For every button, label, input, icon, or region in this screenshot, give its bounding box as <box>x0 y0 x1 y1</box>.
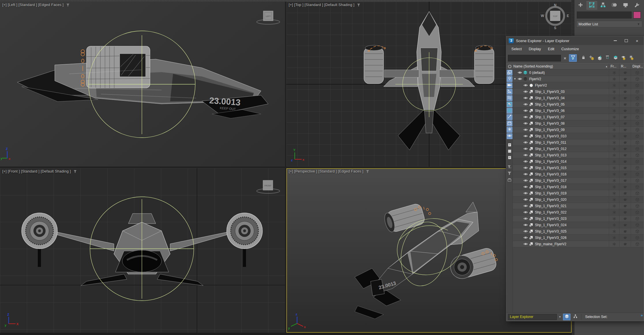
freeze-toggle[interactable] <box>609 209 619 215</box>
eye-toggle[interactable] <box>523 235 528 240</box>
eye-toggle[interactable] <box>523 147 528 151</box>
front-viewport-canvas[interactable]: FRONT Z X y <box>0 168 285 333</box>
object-row[interactable]: Shp_1_FlyerV3_026 <box>513 235 644 241</box>
row-name[interactable]: Shp_1_FlyerV3_017 <box>534 179 566 183</box>
row-name[interactable]: Shp_1_FlyerV3_024 <box>534 223 566 227</box>
render-toggle[interactable] <box>619 158 631 164</box>
object-row[interactable]: Shp_1_FlyerV3_011 <box>513 139 644 146</box>
display-toggle[interactable] <box>631 216 644 222</box>
render-toggle[interactable] <box>619 171 631 177</box>
viewport-front-label[interactable]: [+] [Front ] [Standard ] [Default Shadin… <box>2 169 77 173</box>
eye-toggle[interactable] <box>517 70 523 75</box>
filter-custom[interactable] <box>507 164 512 170</box>
render-toggle[interactable] <box>619 89 631 95</box>
object-row[interactable]: Shp_1_FlyerV3_019 <box>513 190 644 196</box>
eye-toggle[interactable] <box>523 229 528 233</box>
render-toggle[interactable] <box>619 133 631 139</box>
row-name[interactable]: Shp_1_FlyerV3_06 <box>534 109 565 113</box>
nest-layer-button[interactable] <box>604 54 611 62</box>
eye-toggle[interactable] <box>523 102 528 106</box>
display-toggle[interactable] <box>631 95 644 101</box>
eye-toggle[interactable] <box>517 77 523 81</box>
freeze-toggle[interactable] <box>609 203 619 209</box>
filter-groups[interactable] <box>507 102 512 107</box>
object-name-field[interactable] <box>577 12 632 18</box>
layer-view-button[interactable] <box>563 314 570 320</box>
menu-customize[interactable]: Customize <box>558 46 582 52</box>
render-toggle[interactable] <box>619 216 631 222</box>
freeze-toggle[interactable] <box>609 241 619 247</box>
eye-toggle[interactable] <box>523 108 528 113</box>
display-toggle[interactable] <box>631 235 644 241</box>
viewport-front[interactable]: [+] [Front ] [Standard ] [Default Shadin… <box>0 168 285 333</box>
object-row[interactable]: Shp_1_FlyerV3_024 <box>513 222 644 228</box>
freeze-layers-button[interactable] <box>628 54 636 62</box>
freeze-toggle[interactable] <box>609 152 619 158</box>
modifier-list-dropdown[interactable]: Modifier List ▼ <box>576 21 642 27</box>
freeze-toggle[interactable] <box>609 101 619 107</box>
row-name[interactable]: Shp_1_FlyerV3_014 <box>534 160 566 164</box>
row-name[interactable]: 0 (default) <box>528 71 545 75</box>
ship-side-view[interactable]: 23.0013 KEEP OUT <box>17 46 268 118</box>
viewport-perspective-label[interactable]: [+] [Perspective ] [Standard ] [Edged Fa… <box>289 169 369 173</box>
viewport-left-label[interactable]: [+] [Left ] [Standard ] [Edged Faces ] <box>2 3 70 7</box>
set-active-layer-button[interactable] <box>612 54 619 62</box>
menu-edit[interactable]: Edit <box>545 46 557 52</box>
row-name[interactable]: Shp_1_FlyerV3_010 <box>534 134 566 138</box>
eye-toggle[interactable] <box>523 172 528 176</box>
object-row[interactable]: Shp_maine_FlyerV2 <box>513 241 644 247</box>
display-toggle[interactable] <box>631 165 644 171</box>
lock-cell-editing-button[interactable] <box>579 54 587 62</box>
render-toggle[interactable] <box>619 222 631 228</box>
create-new-layer-button[interactable] <box>587 54 595 62</box>
eye-toggle[interactable] <box>523 128 528 132</box>
object-row[interactable]: Shp_1_FlyerV3_07 <box>513 114 644 120</box>
freeze-toggle[interactable] <box>609 165 619 171</box>
freeze-toggle[interactable] <box>609 222 619 228</box>
freeze-toggle[interactable] <box>609 76 619 82</box>
viewport-top-label-text[interactable]: [+] [Top ] [Standard ] [Default Shading … <box>289 3 354 7</box>
display-toggle[interactable] <box>631 146 644 152</box>
render-toggle[interactable] <box>619 177 631 184</box>
column-frozen[interactable]: Fr... <box>609 63 619 69</box>
freeze-toggle[interactable] <box>609 120 619 126</box>
display-toggle[interactable] <box>631 196 644 203</box>
ship-perspective-view[interactable]: 23.0013 <box>355 202 498 319</box>
left-viewport-canvas[interactable]: 23.0013 KEEP OUT LEFT <box>0 2 285 166</box>
display-toggle[interactable] <box>631 139 644 145</box>
minimize-button[interactable] <box>611 38 619 44</box>
freeze-toggle[interactable] <box>609 146 619 152</box>
row-name[interactable]: Shp_1_FlyerV3_07 <box>534 115 565 119</box>
freeze-toggle[interactable] <box>609 70 619 76</box>
freeze-toggle[interactable] <box>609 82 619 88</box>
display-toggle[interactable] <box>631 241 644 247</box>
render-toggle[interactable] <box>619 76 631 82</box>
viewport-top-label[interactable]: [+] [Top ] [Standard ] [Default Shading … <box>289 3 361 7</box>
object-row[interactable]: Shp_1_FlyerV3_06 <box>513 108 644 114</box>
selection-column-icon[interactable] <box>506 65 513 68</box>
hierarchy-view-button[interactable] <box>572 314 579 320</box>
clear-search-icon[interactable]: × <box>562 56 568 61</box>
display-toggle[interactable] <box>631 114 644 120</box>
object-row[interactable]: Shp_1_FlyerV3_017 <box>513 177 644 184</box>
row-name[interactable]: Shp_1_FlyerV3_022 <box>534 210 566 214</box>
render-toggle[interactable] <box>619 70 631 76</box>
viewport-left[interactable]: [+] [Left ] [Standard ] [Edged Faces ] <box>0 2 285 166</box>
display-toggle[interactable] <box>631 108 644 114</box>
display-toggle[interactable] <box>631 89 644 95</box>
motion-tab[interactable] <box>609 1 620 10</box>
render-toggle[interactable] <box>619 190 631 196</box>
filter-list-views[interactable] <box>507 143 512 148</box>
display-toggle[interactable] <box>631 222 644 228</box>
viewport-left-label-text[interactable]: [+] [Left ] [Standard ] [Edged Faces ] <box>2 3 64 7</box>
render-toggle[interactable] <box>619 228 631 234</box>
row-name[interactable]: Shp_1_FlyerV3_09 <box>534 128 565 132</box>
filter-lights[interactable] <box>507 76 512 82</box>
display-toggle[interactable] <box>631 101 644 107</box>
display-toggle[interactable] <box>631 76 644 82</box>
display-toggle[interactable] <box>631 171 644 177</box>
render-toggle[interactable] <box>619 196 631 203</box>
explorer-search-input[interactable] <box>508 55 561 61</box>
hierarchy-tab[interactable] <box>598 1 609 10</box>
freeze-toggle[interactable] <box>609 196 619 203</box>
